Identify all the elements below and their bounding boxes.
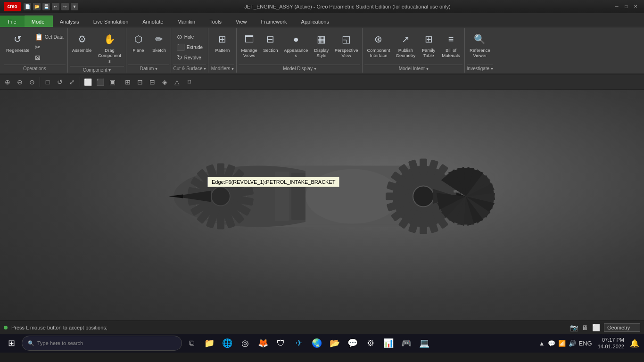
component-group-label[interactable]: Component ▾ <box>70 66 124 74</box>
display-style-button[interactable]: ▦ DisplayStyle <box>312 30 331 60</box>
csys-button[interactable]: ◈ <box>159 76 170 88</box>
tab-tools[interactable]: Tools <box>202 16 229 27</box>
cut-surface-group-label[interactable]: Cut & Surface ▾ <box>173 65 206 73</box>
view-icon[interactable]: 🖥 <box>582 324 588 331</box>
perspective-view-button[interactable]: ◱ PerspectiveView <box>332 30 361 60</box>
taskbar-app-firefox[interactable]: 🦊 <box>255 335 272 352</box>
tab-applications[interactable]: Applications <box>294 16 336 27</box>
rotate-button[interactable]: ↺ <box>54 76 66 88</box>
viewbar-sep-3 <box>120 77 120 87</box>
windows-search-bar[interactable]: 🔍 Type here to search <box>22 336 182 351</box>
investigate-group-label[interactable]: Investigate ▾ <box>467 65 493 73</box>
tab-analysis[interactable]: Analysis <box>53 16 86 27</box>
zoom-in-button[interactable]: ⊕ <box>2 76 13 88</box>
language-indicator[interactable]: ENG <box>579 340 592 347</box>
volume-icon[interactable]: 🔊 <box>569 340 576 347</box>
undo-icon[interactable]: ↩ <box>52 3 59 10</box>
start-button[interactable]: ⊞ <box>2 334 21 353</box>
taskbar-app-shield[interactable]: 🛡 <box>272 335 289 352</box>
view-box-button[interactable]: □ <box>42 76 53 88</box>
tab-annotate[interactable]: Annotate <box>135 16 170 27</box>
pan-button[interactable]: ⤢ <box>66 76 78 88</box>
modifiers-group-label[interactable]: Modifiers ▾ <box>210 65 234 73</box>
notification-button[interactable]: 🔔 <box>627 336 642 351</box>
taskbar-app-edge[interactable]: 🌐 <box>219 335 236 352</box>
publish-geometry-icon: ↗ <box>398 32 413 47</box>
taskbar-app-chrome[interactable]: ◎ <box>237 335 254 352</box>
assemble-button[interactable]: ⚙ Assemble <box>70 30 94 54</box>
redo-icon[interactable]: ↪ <box>61 3 69 10</box>
extrude-button[interactable]: ⬛ Extrude <box>175 42 205 52</box>
new-icon[interactable]: 📄 <box>24 3 31 10</box>
camera-icon[interactable]: 📷 <box>570 324 578 331</box>
shaded-button[interactable]: ⬛ <box>94 76 106 88</box>
section-button[interactable]: ⊟ Section <box>261 30 281 54</box>
taskbar-app-creo[interactable]: 🎮 <box>398 335 415 352</box>
tab-manikin[interactable]: Manikin <box>170 16 202 27</box>
3d-viewport[interactable]: Edge:F6(REVOLVE_1):PETROL_INTAKE_BRACKET <box>0 90 644 321</box>
manage-views-button[interactable]: 🗖 ManageViews <box>239 30 259 60</box>
save-icon[interactable]: 💾 <box>42 3 50 10</box>
speech-bubble-icon[interactable]: 💬 <box>548 340 555 347</box>
clock-area[interactable]: 07:17 PM 14-01-2022 <box>598 337 624 350</box>
chevron-up-icon[interactable]: ▲ <box>539 340 545 347</box>
taskbar-right-area: ▲ 💬 📶 🔊 ENG 07:17 PM 14-01-2022 🔔 <box>536 336 642 351</box>
regenerate-label: Regenerate <box>6 48 30 53</box>
taskbar-app-misc[interactable]: 💻 <box>416 335 433 352</box>
tab-model[interactable]: Model <box>25 16 53 27</box>
status-message: Press L mouse button to accept positions… <box>11 325 107 330</box>
regenerate-button[interactable]: ↺ Regenerate <box>4 30 32 54</box>
tags-button[interactable]: ⌑ <box>183 76 195 88</box>
model-display-group-label[interactable]: Model Display ▾ <box>239 65 360 73</box>
operations-group-label[interactable]: Operations <box>4 65 66 73</box>
hole-button[interactable]: ⊙ Hole <box>175 32 205 41</box>
task-view-button[interactable]: ⧉ <box>183 335 200 352</box>
taskbar-app-explorer[interactable]: 📁 <box>201 335 218 352</box>
appearances-button[interactable]: ● Appearances <box>281 30 311 60</box>
wireframe-button[interactable]: ⬜ <box>82 76 93 88</box>
zoom-out-button[interactable]: ⊖ <box>14 76 25 88</box>
taskbar-app-whatsapp[interactable]: 💬 <box>344 335 361 352</box>
model-intent-group-label[interactable]: Model Intent ▾ <box>364 65 462 73</box>
time-display: 07:17 PM <box>598 337 624 343</box>
manage-views-icon: 🗖 <box>242 32 257 47</box>
drag-components-button[interactable]: ✋ DragComponents <box>95 30 124 65</box>
pattern-button[interactable]: ⊞ Pattern <box>213 30 232 54</box>
open-icon[interactable]: 📂 <box>33 3 41 10</box>
plane-button[interactable]: ⬡ Plane <box>128 30 148 54</box>
geometry-select[interactable]: Geometry Topology Analysis Custom <box>604 323 640 332</box>
minimize-button[interactable]: ─ <box>612 3 621 10</box>
getdata-button[interactable]: 📋 Get Data <box>33 32 66 41</box>
tab-file[interactable]: File <box>0 16 25 27</box>
revolve-button[interactable]: ↻ Revolve <box>175 53 205 62</box>
taskbar-app-telegram[interactable]: ✈ <box>290 335 307 352</box>
ops-extra1[interactable]: ✂ <box>33 42 66 52</box>
ops-extra2[interactable]: ⊠ <box>33 53 66 62</box>
points-button[interactable]: △ <box>171 76 182 88</box>
window-title: JET_ENGINE_ASSY (Active) - Creo Parametr… <box>83 4 612 9</box>
axes-button[interactable]: ⊟ <box>147 76 158 88</box>
tab-framework[interactable]: Framework <box>254 16 294 27</box>
render-icon[interactable]: ⬜ <box>592 324 600 331</box>
taskbar-app-browser2[interactable]: 🌏 <box>308 335 325 352</box>
publish-geometry-button[interactable]: ↗ PublishGeometry <box>394 30 418 60</box>
settings-icon[interactable]: ▼ <box>71 3 78 10</box>
taskbar-app-powerpoint[interactable]: 📊 <box>380 335 397 352</box>
tab-view[interactable]: View <box>229 16 254 27</box>
hidden-button[interactable]: ▣ <box>107 76 118 88</box>
zoom-fit-button[interactable]: ⊙ <box>26 76 38 88</box>
family-table-button[interactable]: ⊞ FamilyTable <box>419 30 438 60</box>
taskbar-app-folder[interactable]: 📂 <box>326 335 343 352</box>
close-button[interactable]: ✕ <box>631 3 640 10</box>
grid-button[interactable]: ⊞ <box>122 76 133 88</box>
datum-group-label[interactable]: Datum ▾ <box>128 65 169 73</box>
sketch-button[interactable]: ✏ Sketch <box>149 30 169 54</box>
wifi-icon[interactable]: 📶 <box>558 340 566 347</box>
bill-of-materials-button[interactable]: ≡ Bill ofMaterials <box>439 30 462 60</box>
component-interface-button[interactable]: ⊛ ComponentInterface <box>364 30 392 60</box>
maximize-button[interactable]: □ <box>621 3 631 10</box>
taskbar-app-settings[interactable]: ⚙ <box>362 335 379 352</box>
tab-live-simulation[interactable]: Live Simulation <box>86 16 136 27</box>
reference-viewer-button[interactable]: 🔍 ReferenceViewer <box>467 30 493 60</box>
datum-planes-button[interactable]: ⊡ <box>134 76 146 88</box>
